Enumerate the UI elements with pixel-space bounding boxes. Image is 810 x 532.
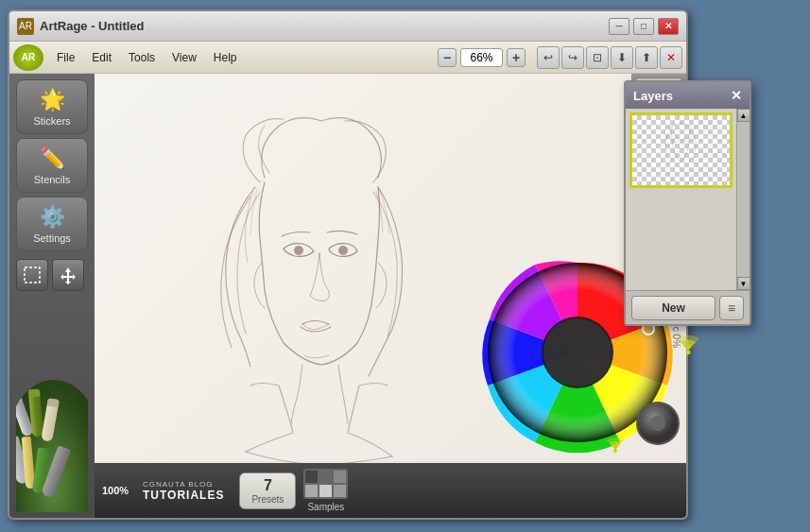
layers-panel: Layers ✕ <box>624 80 751 326</box>
zoom-control: − 66% + <box>438 48 526 67</box>
menu-tools[interactable]: Tools <box>121 47 163 68</box>
toolbar-close-button[interactable]: ✕ <box>660 46 682 69</box>
layers-close-button[interactable]: ✕ <box>731 88 742 103</box>
layers-buttons: New ≡ <box>626 290 750 324</box>
selection-tool[interactable] <box>16 259 48 291</box>
svg-rect-0 <box>25 267 40 283</box>
window-title: ArtRage - Untitled <box>40 19 609 33</box>
main-window: AR ArtRage - Untitled ─ □ ✕ AR File Edit… <box>8 9 688 520</box>
samples-grid[interactable] <box>303 469 348 499</box>
svg-point-11 <box>675 138 679 142</box>
stencils-icon: ✏️ <box>40 146 65 171</box>
layers-title-bar: Layers ✕ <box>626 82 750 109</box>
samples-label: Samples <box>307 502 344 512</box>
opacity-display: 100% <box>102 485 135 496</box>
presets-number: 7 <box>251 477 284 494</box>
samples-area: Samples <box>303 469 348 512</box>
metallic-knob[interactable] <box>634 400 681 447</box>
zoom-value: 66% <box>460 48 503 67</box>
menu-file[interactable]: File <box>49 47 82 68</box>
scroll-down-button[interactable]: ▼ <box>737 277 750 290</box>
watermark-title: TUTORIALES <box>143 489 224 502</box>
stickers-button[interactable]: 🌟 Stickers <box>16 79 88 134</box>
menu-bar: AR File Edit Tools View Help − 66% + ↩ ↪… <box>9 42 686 74</box>
export-down-button[interactable]: ⬇ <box>611 46 633 69</box>
stickers-icon: 🌟 <box>40 88 65 112</box>
layer-menu-button[interactable]: ≡ <box>719 296 744 320</box>
wifi-signal-icon <box>601 431 629 459</box>
stickers-label: Stickers <box>33 115 70 127</box>
minimize-button[interactable]: ─ <box>609 18 629 35</box>
svg-marker-1 <box>60 267 76 284</box>
svg-point-13 <box>685 351 690 355</box>
settings-label: Settings <box>33 232 71 244</box>
bottom-signal-icon <box>669 326 707 357</box>
settings-icon: ⚙️ <box>40 205 65 230</box>
layers-title: Layers <box>633 89 731 103</box>
redo-button[interactable]: ↪ <box>561 46 584 69</box>
bottom-toolbar: 100% CGNAUTA BLOG TUTORIALES 7 Presets <box>95 463 686 518</box>
zoom-out-button[interactable]: − <box>438 48 457 67</box>
watermark-blog: CGNAUTA BLOG <box>143 480 224 489</box>
zoom-in-button[interactable]: + <box>507 48 526 67</box>
menu-view[interactable]: View <box>164 47 204 68</box>
window-close-button[interactable]: ✕ <box>658 18 679 35</box>
watermark: CGNAUTA BLOG TUTORIALES <box>143 480 224 502</box>
settings-button[interactable]: ⚙️ Settings <box>16 197 88 251</box>
presets-button[interactable]: 7 Presets <box>239 472 296 509</box>
menu-help[interactable]: Help <box>206 47 245 68</box>
app-logo: AR <box>13 44 43 71</box>
title-bar: AR ArtRage - Untitled ─ □ ✕ <box>9 11 686 42</box>
svg-point-3 <box>338 246 348 255</box>
export-up-button[interactable]: ⬆ <box>635 46 658 69</box>
layer-item-1[interactable] <box>629 112 732 188</box>
svg-point-6 <box>543 318 612 386</box>
scroll-track <box>737 122 750 277</box>
window-controls: ─ □ ✕ <box>609 18 679 35</box>
svg-point-10 <box>613 449 617 453</box>
svg-point-9 <box>650 416 665 431</box>
stencils-label: Stencils <box>34 174 71 185</box>
undo-button[interactable]: ↩ <box>537 46 560 69</box>
left-sidebar: 🌟 Stickers ✏️ Stencils ⚙️ Settings <box>9 74 95 518</box>
canvas-area: .sk { fill: none; stroke: #6a3a3a; strok… <box>95 74 686 518</box>
svg-point-12 <box>683 138 687 142</box>
maximize-button[interactable]: □ <box>633 18 654 35</box>
svg-point-2 <box>294 246 303 255</box>
layer-thumbnail-1 <box>632 115 730 185</box>
menu-edit[interactable]: Edit <box>84 47 119 68</box>
app-icon: AR <box>17 18 34 35</box>
stencils-button[interactable]: ✏️ Stencils <box>16 138 88 193</box>
sketch-content: .sk { fill: none; stroke: #6a3a3a; strok… <box>170 102 454 480</box>
crop-button[interactable]: ⊡ <box>586 46 609 69</box>
move-tool[interactable] <box>52 259 84 291</box>
presets-label: Presets <box>251 494 284 505</box>
scroll-up-button[interactable]: ▲ <box>737 109 750 122</box>
layers-scrollbar: ▲ ▼ <box>736 109 750 290</box>
new-layer-button[interactable]: New <box>631 296 715 320</box>
layers-content <box>626 109 736 290</box>
